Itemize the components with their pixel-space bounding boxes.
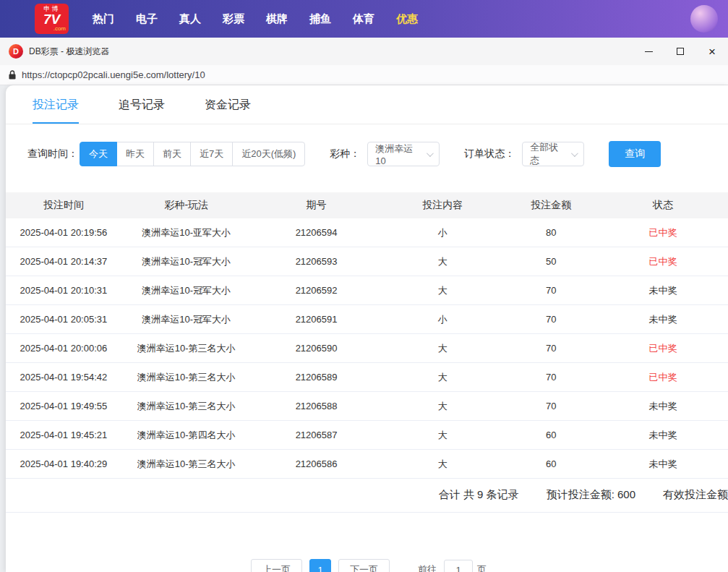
nav-item-fishing[interactable]: 捕鱼 xyxy=(309,12,331,26)
col-header-issue: 期号 xyxy=(252,199,382,212)
nav-items: 热门电子真人彩票棋牌捕鱼体育优惠 xyxy=(82,12,429,26)
cell-content: 大 xyxy=(381,400,504,413)
nav-item-lottery[interactable]: 彩票 xyxy=(223,12,244,26)
time-filter-group: 今天昨天前天近7天近20天(低频) xyxy=(80,142,305,166)
time-filter-last-20-days[interactable]: 近20天(低频) xyxy=(232,142,305,166)
cell-game: 澳洲幸运10-第四名大小 xyxy=(121,429,252,442)
status-filter-label: 订单状态： xyxy=(464,148,515,161)
col-header-game: 彩种-玩法 xyxy=(121,199,252,212)
browser-addressbar[interactable]: https://ctopcp02pcali.uengi5e.com/lotter… xyxy=(0,65,728,85)
summary-valid: 有效投注金额 xyxy=(663,488,728,502)
table-body: 2025-04-01 20:19:56澳洲幸运10-亚军大小21206594小8… xyxy=(6,218,728,479)
cell-issue: 21206592 xyxy=(252,285,382,296)
cell-amount: 60 xyxy=(504,430,598,440)
table-row: 2025-04-01 19:49:55澳洲幸运10-第三名大小21206588大… xyxy=(6,392,728,421)
cell-time: 2025-04-01 20:10:31 xyxy=(6,285,121,296)
cell-content: 大 xyxy=(381,255,504,268)
minimize-button[interactable] xyxy=(633,38,664,65)
cell-game: 澳洲幸运10-第三名大小 xyxy=(121,458,252,471)
cell-issue: 21206593 xyxy=(252,256,382,267)
cell-status: 未中奖 xyxy=(598,429,728,442)
col-header-content: 投注内容 xyxy=(381,199,504,212)
cell-issue: 21206587 xyxy=(252,430,382,440)
chevron-down-icon xyxy=(427,150,434,157)
next-page-button[interactable]: 下一页 xyxy=(338,559,390,572)
nav-item-live[interactable]: 真人 xyxy=(179,12,201,26)
url-text: https://ctopcp02pcali.uengi5e.com/lotter… xyxy=(22,69,205,80)
search-button[interactable]: 查询 xyxy=(609,141,661,167)
logo-suffix-text: .com xyxy=(53,26,66,32)
table-row: 2025-04-01 20:00:06澳洲幸运10-第三名大小21206590大… xyxy=(6,334,728,363)
cell-amount: 70 xyxy=(504,372,598,383)
cell-amount: 70 xyxy=(504,343,598,354)
time-filter-day-before[interactable]: 前天 xyxy=(153,142,191,166)
time-filter-today[interactable]: 今天 xyxy=(80,142,117,166)
site-logo[interactable]: 申博 7V .com xyxy=(35,4,69,34)
cell-content: 大 xyxy=(381,371,504,384)
cell-time: 2025-04-01 20:00:06 xyxy=(6,343,121,354)
lottery-select[interactable]: 澳洲幸运10 xyxy=(367,142,440,166)
cell-issue: 21206590 xyxy=(252,343,382,354)
cell-time: 2025-04-01 19:40:29 xyxy=(6,458,121,469)
browser-favicon-icon: D xyxy=(9,44,23,59)
nav-item-electronic[interactable]: 电子 xyxy=(136,12,158,26)
col-header-time: 投注时间 xyxy=(6,199,121,212)
summary-expected: 预计投注金额: 600 xyxy=(547,488,635,502)
cell-amount: 70 xyxy=(504,314,598,325)
tab-chase-records[interactable]: 追号记录 xyxy=(119,85,165,124)
lottery-filter-label: 彩种： xyxy=(330,148,360,161)
cell-issue: 21206588 xyxy=(252,401,382,411)
cell-content: 大 xyxy=(381,458,504,471)
cell-game: 澳洲幸运10-第三名大小 xyxy=(121,371,252,384)
cell-game: 澳洲幸运10-第三名大小 xyxy=(121,400,252,413)
table-row: 2025-04-01 19:54:42澳洲幸运10-第三名大小21206589大… xyxy=(6,363,728,392)
summary-row: 合计 共 9 条记录 预计投注金额: 600 有效投注金额 xyxy=(6,479,728,513)
nav-item-promo[interactable]: 优惠 xyxy=(396,12,418,26)
goto-label: 前往 xyxy=(418,563,437,572)
time-filter-last-7-days[interactable]: 近7天 xyxy=(190,142,233,166)
col-header-status: 状态 xyxy=(598,199,728,212)
current-page-button[interactable]: 1 xyxy=(309,559,331,572)
cell-status: 未中奖 xyxy=(598,400,728,413)
user-avatar[interactable] xyxy=(690,5,718,33)
cell-status: 已中奖 xyxy=(598,255,728,268)
cell-status: 未中奖 xyxy=(598,284,728,297)
table-row: 2025-04-01 19:40:29澳洲幸运10-第三名大小21206586大… xyxy=(6,450,728,479)
logo-main-text: 7V xyxy=(43,12,60,26)
col-header-amount: 投注金额 xyxy=(504,199,598,212)
tab-fund-records[interactable]: 资金记录 xyxy=(205,85,251,124)
cell-status: 已中奖 xyxy=(598,226,728,239)
nav-item-sports[interactable]: 体育 xyxy=(353,12,374,26)
maximize-button[interactable] xyxy=(664,38,696,65)
cell-time: 2025-04-01 19:45:21 xyxy=(6,430,121,440)
cell-time: 2025-04-01 19:54:42 xyxy=(6,372,121,383)
cell-issue: 21206586 xyxy=(252,458,382,469)
cell-game: 澳洲幸运10-第三名大小 xyxy=(121,342,252,355)
window-controls: × xyxy=(633,38,728,65)
nav-item-hot[interactable]: 热门 xyxy=(93,12,114,26)
table-row: 2025-04-01 20:19:56澳洲幸运10-亚军大小21206594小8… xyxy=(6,218,728,247)
cell-content: 大 xyxy=(381,429,504,442)
lock-icon xyxy=(9,70,16,80)
prev-page-button[interactable]: 上一页 xyxy=(251,559,302,572)
lottery-records-panel: 投注记录追号记录资金记录 查询时间： 今天昨天前天近7天近20天(低频) 彩种：… xyxy=(6,85,728,572)
status-select[interactable]: 全部状态 xyxy=(522,142,584,166)
page-root: 申博 7V .com 热门电子真人彩票棋牌捕鱼体育优惠 D DB彩票 - 极速浏… xyxy=(0,0,728,572)
filter-bar: 查询时间： 今天昨天前天近7天近20天(低频) 彩种： 澳洲幸运10 订单状态：… xyxy=(6,124,728,184)
chevron-down-icon xyxy=(571,150,578,157)
cell-time: 2025-04-01 20:14:37 xyxy=(6,256,121,267)
browser-titlebar: D DB彩票 - 极速浏览器 × xyxy=(0,38,728,65)
cell-status: 已中奖 xyxy=(598,342,728,355)
cell-game: 澳洲幸运10-冠军大小 xyxy=(121,255,252,268)
nav-item-chess[interactable]: 棋牌 xyxy=(266,12,288,26)
close-button[interactable]: × xyxy=(696,38,728,65)
tab-bet-records[interactable]: 投注记录 xyxy=(33,85,79,124)
cell-amount: 70 xyxy=(504,401,598,411)
status-select-value: 全部状态 xyxy=(530,141,565,167)
time-filter-yesterday[interactable]: 昨天 xyxy=(116,142,154,166)
window-title: DB彩票 - 极速浏览器 xyxy=(29,46,109,58)
goto-page-input[interactable] xyxy=(444,560,473,572)
cell-status: 已中奖 xyxy=(598,371,728,384)
cell-status: 未中奖 xyxy=(598,313,728,326)
page-suffix-label: 页 xyxy=(477,563,487,572)
